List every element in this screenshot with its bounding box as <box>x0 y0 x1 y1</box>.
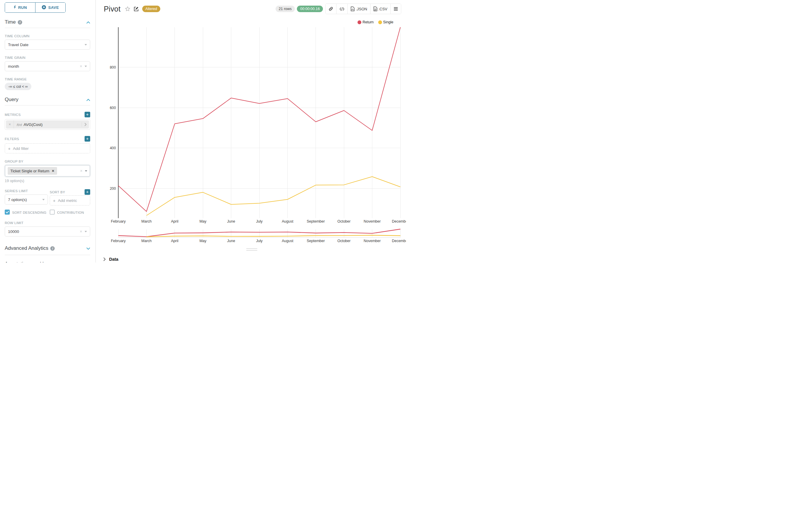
minimap-line-return <box>118 229 400 237</box>
chevron-right-icon <box>103 257 106 261</box>
legend-item-return[interactable]: Return <box>357 20 374 24</box>
plus-circle-icon <box>42 5 46 10</box>
run-button-label: RUN <box>18 5 27 10</box>
chevron-up-icon[interactable] <box>86 19 90 25</box>
clear-icon[interactable]: × <box>80 64 82 69</box>
more-menu-button[interactable] <box>390 4 401 14</box>
x-axis-tick-label: March <box>141 219 152 224</box>
contribution-checkbox[interactable] <box>50 210 55 215</box>
time-grain-select[interactable]: month × <box>5 61 90 71</box>
add-metric-button[interactable]: + <box>85 112 90 117</box>
x-axis-labels: FebruaryMarchAprilMayJuneJulyAugustSepte… <box>111 219 406 224</box>
x-axis-tick-label: May <box>199 219 206 224</box>
x-axis-tick-label: April <box>171 239 178 243</box>
link-icon <box>328 6 333 11</box>
remove-chip-icon[interactable]: ✕ <box>52 169 55 173</box>
chart-toolbar: .JSON .CSV <box>325 3 401 14</box>
row-limit-select[interactable]: 10000 × <box>5 226 90 237</box>
x-axis-tick-label: June <box>227 219 235 224</box>
panel-resize-handle[interactable] <box>246 248 257 252</box>
time-column-label: TIME COLUMN <box>5 34 90 38</box>
x-axis-tick-label: July <box>256 219 263 224</box>
add-metric-label: Add metric <box>58 198 77 203</box>
query-timer-badge: 00:00:00.16 <box>297 5 323 12</box>
x-axis-tick-label: March <box>141 239 152 243</box>
x-axis-tick-label: August <box>282 239 293 243</box>
metrics-label: METRICS <box>5 113 21 117</box>
clear-icon[interactable]: × <box>80 229 82 234</box>
altered-badge[interactable]: Altered <box>142 5 161 12</box>
chart-title: Pivot <box>104 5 121 13</box>
x-axis-tick-label: December <box>392 239 406 243</box>
y-axis-tick-label: 400 <box>110 146 116 150</box>
annotations-header: Annotations and Layers <box>5 261 90 262</box>
add-filter-label: Add filter <box>13 146 29 151</box>
x-axis-tick-label: July <box>256 239 263 243</box>
clear-icon[interactable]: × <box>80 168 83 173</box>
explore-page: RUN SAVE Time i TIME COLUMN Travel Date … <box>0 0 406 262</box>
group-by-select[interactable]: Ticket Single or Return ✕ × <box>5 165 90 177</box>
chart-legend: ReturnSingle <box>357 20 393 24</box>
group-by-options-hint: 19 option(s) <box>5 179 90 183</box>
chevron-up-icon[interactable] <box>86 97 90 102</box>
add-sort-metric-button[interactable]: + <box>85 189 90 195</box>
data-panel-toggle[interactable]: Data <box>103 257 118 261</box>
json-button-label: .JSON <box>356 7 367 11</box>
x-gridlines <box>118 27 400 237</box>
save-button[interactable]: SAVE <box>35 3 65 12</box>
sort-descending-label: SORT DESCENDING <box>12 211 46 214</box>
time-section-header: Time i <box>5 19 90 25</box>
remove-metric-icon[interactable]: × <box>6 120 14 129</box>
chevron-down-icon[interactable] <box>86 246 90 251</box>
sort-descending-option[interactable]: SORT DESCENDING <box>5 210 48 215</box>
y-axis-tick-label: 800 <box>110 65 116 70</box>
contribution-label: CONTRIBUTION <box>57 211 84 214</box>
add-filter-button[interactable]: + <box>85 136 90 141</box>
embed-code-button[interactable] <box>336 4 348 14</box>
favorite-star-icon[interactable] <box>125 6 130 12</box>
sort-descending-checkbox[interactable] <box>5 210 10 215</box>
chart-header: Pivot Altered 21 rows 00:00:00.16 <box>96 0 406 18</box>
time-column-value: Travel Date <box>8 43 28 47</box>
time-grain-label: TIME GRAIN <box>5 56 90 59</box>
chevron-up-icon[interactable] <box>86 261 90 262</box>
x-axis-tick-label: December <box>392 219 406 224</box>
row-limit-value: 10000 <box>8 229 19 234</box>
legend-dot-icon <box>357 20 361 24</box>
edit-pencil-icon[interactable] <box>134 6 139 12</box>
plus-icon: + <box>8 146 11 151</box>
query-section-header: Query <box>5 97 90 103</box>
file-chart-icon <box>351 6 355 11</box>
data-panel-label: Data <box>109 257 118 261</box>
advanced-analytics-title: Advanced Analytics <box>5 245 48 251</box>
x-axis-tick-label: February <box>111 239 126 243</box>
line-chart: 200400600800FebruaryMarchAprilMayJuneJul… <box>96 0 406 262</box>
chart-panel: Pivot Altered 21 rows 00:00:00.16 <box>96 0 406 262</box>
info-icon: i <box>50 246 55 251</box>
time-column-select[interactable]: Travel Date <box>5 40 90 50</box>
x-axis-tick-label: October <box>337 239 350 243</box>
add-sort-metric-dropzone[interactable]: + Add metric <box>50 195 90 206</box>
export-csv-button[interactable]: .CSV <box>370 4 390 14</box>
time-range-value[interactable]: -∞ ≤ col < ∞ <box>5 83 31 90</box>
row-limit-label: ROW LIMIT <box>5 221 90 225</box>
query-sidebar: RUN SAVE Time i TIME COLUMN Travel Date … <box>0 0 96 262</box>
series-limit-select[interactable]: 7 option(s) <box>5 195 48 205</box>
metric-select: × ƒ(x) AVG(Cost) <box>5 119 90 130</box>
contribution-option[interactable]: CONTRIBUTION <box>50 210 90 215</box>
chevron-down-icon <box>85 65 87 67</box>
export-json-button[interactable]: .JSON <box>348 4 370 14</box>
y-axis-tick-label: 200 <box>110 186 116 191</box>
run-button[interactable]: RUN <box>5 3 35 12</box>
group-by-chip[interactable]: Ticket Single or Return ✕ <box>8 167 57 175</box>
time-range-label: TIME RANGE <box>5 77 90 81</box>
share-link-button[interactable] <box>326 4 336 14</box>
legend-item-single[interactable]: Single <box>378 20 394 24</box>
chevron-right-icon[interactable] <box>82 123 89 126</box>
metric-chip[interactable]: × ƒ(x) AVG(Cost) <box>6 120 89 129</box>
x-axis-tick-label: February <box>111 219 126 224</box>
run-save-button-group: RUN SAVE <box>5 2 65 13</box>
query-section-title: Query <box>5 97 18 103</box>
time-grain-value: month <box>8 64 19 69</box>
add-filter-dropzone[interactable]: + Add filter <box>5 144 90 153</box>
